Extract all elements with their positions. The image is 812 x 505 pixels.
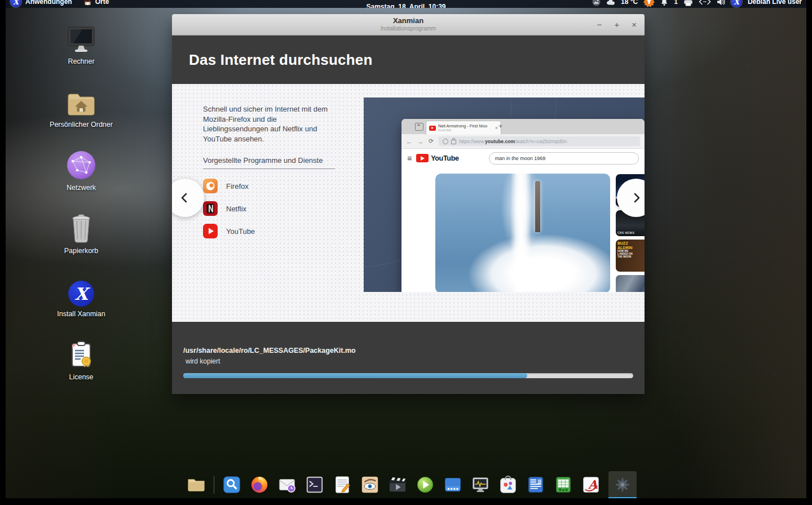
clapperboard-icon bbox=[388, 475, 407, 494]
text-editor-icon bbox=[333, 475, 352, 494]
dock-system-monitor[interactable] bbox=[470, 475, 491, 495]
dock-terminal[interactable] bbox=[304, 475, 325, 495]
volume-icon[interactable] bbox=[717, 0, 725, 6]
applications-menu-label: Anwendungen bbox=[25, 0, 72, 6]
featured-app-label: Firefox bbox=[226, 182, 249, 191]
system-monitor-icon bbox=[471, 475, 490, 494]
dock-text-editor[interactable] bbox=[332, 475, 352, 495]
desktop-icon-label: Persönlicher Ordner bbox=[39, 121, 123, 129]
featured-app-label: Netflix bbox=[226, 205, 246, 213]
install-progress-bar bbox=[183, 373, 633, 378]
session-user-label[interactable]: Debian Live user bbox=[748, 0, 802, 6]
slide-title: Das Internet durchsuchen bbox=[172, 51, 373, 69]
search-icon bbox=[222, 475, 241, 494]
browser-active-tab: Neil Armstrong - First Moo PLAYING × bbox=[426, 121, 501, 135]
desktop-icon-label: Rechner bbox=[39, 57, 123, 65]
url-domain: youtube.com bbox=[485, 139, 515, 144]
thumbnail-buzz-aldrin: BUZZ ALDRIN HOW WE LANDED ON THE MOON bbox=[616, 240, 645, 272]
update-notifier-icon[interactable] bbox=[643, 0, 655, 7]
xanmian-logo-icon[interactable]: X bbox=[10, 0, 21, 7]
slide-header: Das Internet durchsuchen bbox=[172, 36, 645, 84]
computer-monitor-icon bbox=[65, 26, 97, 54]
weather-applet-icon[interactable] bbox=[592, 0, 601, 6]
browser-tab-bar: Neil Armstrong - First Moo PLAYING × + bbox=[401, 119, 645, 134]
red-a-app-icon: A bbox=[581, 475, 601, 494]
desktop-icon-install-xanmian[interactable]: X Install Xanmian bbox=[39, 275, 123, 318]
desktop-icon-label: Papierkorb bbox=[39, 247, 123, 255]
tab-title: Neil Armstrong - First Moo bbox=[438, 124, 487, 129]
desktop-icon-computer[interactable]: Rechner bbox=[39, 23, 123, 65]
panel-clock[interactable]: Samstag, 18. April, 10:39 bbox=[367, 0, 446, 8]
rocket-silhouette bbox=[535, 181, 540, 232]
xanmian-installer-icon: X bbox=[68, 281, 94, 307]
dock: A bbox=[186, 470, 637, 498]
firefox-icon bbox=[250, 475, 269, 494]
featured-app-firefox: Firefox bbox=[203, 179, 255, 193]
tab-close-icon: × bbox=[495, 125, 498, 131]
browser-nav-bar: ← → ⟳ https://www.youtube.com/watch?v=cw… bbox=[401, 134, 645, 149]
youtube-logo: YouTube bbox=[416, 154, 459, 162]
desktop-icon-label: Netzwerk bbox=[39, 184, 123, 192]
screen-bottom-bezel bbox=[0, 498, 812, 505]
dock-libreoffice-writer[interactable] bbox=[526, 475, 546, 495]
desktop-icon-label: Install Xanmian bbox=[39, 310, 123, 318]
notification-bell-icon[interactable] bbox=[660, 0, 668, 6]
youtube-play-icon bbox=[416, 154, 429, 162]
license-document-icon bbox=[68, 340, 95, 370]
window-title: Xanmian bbox=[172, 14, 645, 25]
forward-icon: → bbox=[417, 138, 423, 145]
lock-icon bbox=[451, 140, 456, 144]
youtube-wordmark: YouTube bbox=[431, 154, 459, 162]
youtube-favicon bbox=[429, 126, 436, 131]
workspace-icon bbox=[443, 475, 462, 494]
dock-file-manager[interactable] bbox=[186, 475, 206, 495]
installer-window: Xanmian Installationsprogramm − + × Das … bbox=[172, 14, 645, 394]
desktop-icon-label: License bbox=[39, 373, 123, 381]
xanmian-user-logo-icon[interactable]: X bbox=[731, 0, 742, 7]
dock-word-processor-a[interactable]: A bbox=[581, 475, 601, 495]
svg-text:A: A bbox=[588, 477, 598, 491]
close-button[interactable]: × bbox=[632, 20, 637, 29]
dock-installer-settings-active[interactable] bbox=[608, 471, 637, 498]
dock-mail-client[interactable] bbox=[277, 475, 297, 495]
dock-video-editor[interactable] bbox=[387, 475, 408, 495]
install-progress-section: /usr/share/locale/ro/LC_MESSAGES/Package… bbox=[172, 322, 645, 394]
applications-menu[interactable]: Anwendungen bbox=[25, 0, 72, 6]
url-scheme: https://www. bbox=[459, 139, 485, 144]
netflix-icon bbox=[203, 201, 218, 216]
minimize-button[interactable]: − bbox=[597, 20, 602, 29]
home-folder-icon bbox=[66, 91, 96, 117]
temperature-label[interactable]: 18 °C bbox=[621, 0, 638, 6]
places-menu[interactable]: Orte bbox=[83, 0, 109, 6]
slideshow-prev-button[interactable] bbox=[172, 179, 204, 217]
top-panel: X Anwendungen Orte Samstag, 18. April, 1… bbox=[6, 0, 806, 8]
chevron-left-icon bbox=[178, 191, 192, 205]
play-circle-icon bbox=[416, 475, 435, 494]
eye-icon bbox=[360, 475, 379, 494]
dock-libreoffice-calc[interactable] bbox=[553, 475, 573, 495]
progress-fill bbox=[183, 373, 527, 378]
video-player-rocket-launch bbox=[435, 174, 610, 292]
printer-icon[interactable] bbox=[683, 0, 693, 6]
maximize-button[interactable]: + bbox=[614, 20, 619, 29]
dock-software-center[interactable] bbox=[498, 475, 518, 495]
dock-media-player[interactable] bbox=[415, 475, 435, 495]
desktop-icon-home-folder[interactable]: Persönlicher Ordner bbox=[39, 86, 123, 129]
file-manager-icon bbox=[187, 475, 206, 494]
progress-file-path: /usr/share/locale/ro/LC_MESSAGES/Package… bbox=[183, 347, 356, 355]
dock-file-search[interactable] bbox=[222, 475, 242, 495]
dock-firefox[interactable] bbox=[249, 475, 270, 495]
dock-workspace-switcher[interactable] bbox=[443, 475, 463, 495]
trash-can-icon bbox=[69, 214, 93, 243]
youtube-header: ≡ YouTube man in the moon 1969 bbox=[401, 149, 645, 167]
dock-image-viewer[interactable] bbox=[360, 475, 380, 495]
window-titlebar[interactable]: Xanmian Installationsprogramm − + × bbox=[172, 14, 645, 36]
desktop-icon-license[interactable]: License bbox=[39, 338, 123, 381]
desktop-icon-trash[interactable]: Papierkorb bbox=[39, 212, 123, 255]
desktop-icon-network[interactable]: Netzwerk bbox=[39, 149, 123, 192]
back-icon: ← bbox=[406, 138, 412, 145]
network-applet-icon[interactable] bbox=[699, 0, 711, 5]
progress-status: wird kopiert bbox=[186, 357, 220, 365]
browser-mock-window: Neil Armstrong - First Moo PLAYING × + ←… bbox=[401, 119, 645, 292]
slide-body-text: Schnell und sicher im Internet mit dem M… bbox=[203, 104, 343, 144]
